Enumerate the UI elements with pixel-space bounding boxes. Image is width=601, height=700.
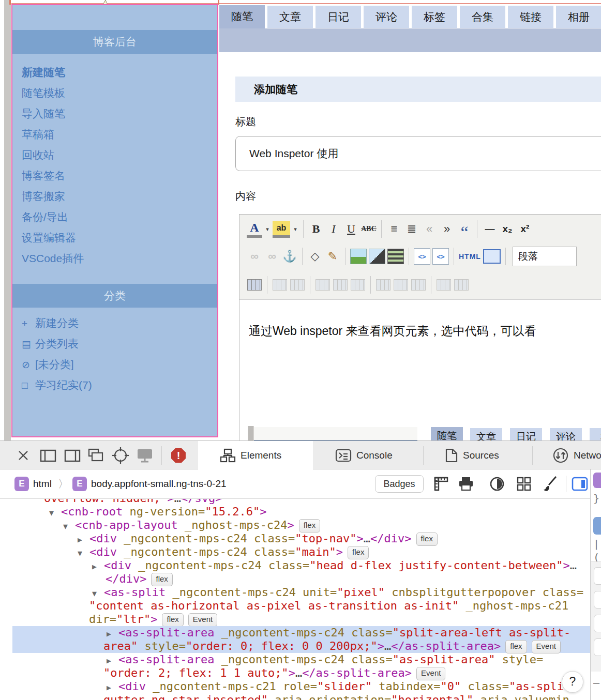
sidebar-item-9[interactable]: VSCode插件 <box>22 251 84 266</box>
dom-tree-row[interactable]: gutter ng-star-inserted" aria-orientatio… <box>12 693 590 700</box>
numbered-list-button[interactable]: ≣ <box>404 220 419 238</box>
sidebar-item-4[interactable]: 回收站 <box>22 148 54 162</box>
dom-tree-row[interactable]: dir="ltr">flexEvent <box>12 613 590 626</box>
cell-properties-button[interactable] <box>290 276 305 294</box>
font-color-button[interactable]: A <box>247 221 262 238</box>
dom-tree-row[interactable]: overflow: hidden;">…</svg> <box>12 499 590 505</box>
grid-overlay-icon[interactable] <box>515 476 533 492</box>
insert-col-before-button[interactable] <box>375 276 391 294</box>
sidebar-category-item-2[interactable]: ⊘[未分类] <box>22 357 74 372</box>
panel-button-fragment[interactable] <box>594 638 601 656</box>
remove-link-button[interactable]: ∞ <box>264 248 280 265</box>
element-picker-icon[interactable] <box>112 447 129 464</box>
superscript-button[interactable]: x² <box>517 220 533 238</box>
format-painter-button[interactable]: ✎ <box>325 248 340 265</box>
subscript-button[interactable]: x₂ <box>500 220 515 238</box>
flex-badge[interactable]: flex <box>162 613 183 627</box>
insert-table-button[interactable] <box>247 276 262 294</box>
paintbrush-icon[interactable] <box>542 476 560 492</box>
print-icon[interactable] <box>457 476 475 492</box>
bullet-list-button[interactable]: ≡ <box>386 220 402 238</box>
disclosure-open-icon[interactable]: ▼ <box>78 546 89 560</box>
html-source-button[interactable]: HTML <box>459 248 481 265</box>
delete-col-button[interactable] <box>411 276 426 294</box>
editor-content[interactable]: 通过Web inspetor 来查看网页元素，选中代码，可以看 新建随笔随笔模板… <box>239 299 601 441</box>
dock-left-icon[interactable] <box>39 447 57 464</box>
disclosure-closed-icon[interactable]: ▶ <box>107 627 118 641</box>
tab-elements[interactable]: Elements <box>220 441 281 469</box>
insert-link-button[interactable]: ∞ <box>247 248 262 265</box>
sidebar-item-2[interactable]: 导入随笔 <box>22 106 65 121</box>
sidebar-category-item-3[interactable]: □学习纪实(7) <box>22 378 92 392</box>
sidebar-item-8[interactable]: 设置编辑器 <box>22 231 76 245</box>
tab-network[interactable]: Network <box>552 441 601 469</box>
sidebar-item-0[interactable]: 新建随笔 <box>22 65 65 80</box>
panel-button-fragment[interactable] <box>594 591 601 608</box>
preview-button[interactable] <box>483 249 501 264</box>
disclosure-open-icon[interactable]: ▼ <box>63 520 75 533</box>
blog-tab-6[interactable]: 链接 <box>508 6 553 28</box>
dom-tree-row[interactable]: ▼<as-split _ngcontent-mps-c24 unit="pixe… <box>12 586 590 599</box>
indent-button[interactable]: » <box>439 220 455 238</box>
dom-tree-row[interactable]: ▶<as-split-area _ngcontent-mps-c24 class… <box>12 653 590 666</box>
dom-tree-row[interactable]: ▶<div _ngcontent-mps-c24 class="top-nav"… <box>12 532 590 545</box>
dom-tree-row[interactable]: ▼<cnb-root ng-version="15.2.6"> <box>12 505 590 519</box>
sidebar-category-item-1[interactable]: ▤分类列表 <box>22 337 79 351</box>
sidebar-item-6[interactable]: 博客搬家 <box>22 189 65 204</box>
dom-tree-row[interactable]: "content as-horizontal as-pixel as-trans… <box>12 599 590 613</box>
blog-tab-0[interactable]: 随笔 <box>219 5 265 28</box>
blog-tab-3[interactable]: 评论 <box>364 6 409 28</box>
flex-badge[interactable]: flex <box>151 573 172 586</box>
dom-tree-row[interactable]: ▶<div _ngcontent-mps-c24 class="head d-f… <box>12 559 590 572</box>
panel-button-fragment[interactable] <box>594 615 601 632</box>
split-cells-button[interactable] <box>436 276 452 294</box>
breadcrumb-body[interactable]: body.appfont-small.ng-tns-0-21 <box>91 477 227 491</box>
close-icon[interactable] <box>14 447 32 464</box>
disclosure-open-icon[interactable]: ▼ <box>92 587 104 600</box>
emotion-image-button[interactable] <box>350 249 367 264</box>
event-badge[interactable]: Event <box>188 613 217 627</box>
outdent-button[interactable]: « <box>422 220 437 238</box>
dom-tree-row[interactable]: </div>flex <box>12 572 590 586</box>
flex-badge[interactable]: flex <box>299 519 320 532</box>
tab-console[interactable]: Console <box>335 441 393 469</box>
italic-button[interactable]: I <box>326 220 341 238</box>
merge-cells-button[interactable] <box>454 276 469 294</box>
insert-row-after-button[interactable] <box>333 276 348 294</box>
sidebar-item-1[interactable]: 随笔模板 <box>22 86 65 100</box>
dom-tree-row[interactable]: ▼<cnb-app-layout _nghost-mps-c24>flex <box>12 519 590 532</box>
disclosure-closed-icon[interactable]: ▶ <box>78 533 89 546</box>
badges-button[interactable]: Badges <box>375 475 424 493</box>
disclosure-closed-icon[interactable]: ▶ <box>107 654 118 667</box>
blog-tab-4[interactable]: 标签 <box>412 6 457 28</box>
blog-tab-5[interactable]: 合集 <box>460 6 505 28</box>
dom-tree-row[interactable]: ▶<div _ngcontent-mps-c21 role="slider" t… <box>12 680 590 693</box>
sidebar-item-3[interactable]: 草稿箱 <box>22 127 54 142</box>
horizontal-rule-button[interactable]: — <box>482 220 498 238</box>
strikethrough-button[interactable]: ABC <box>361 220 377 238</box>
responsive-mode-icon[interactable] <box>136 447 153 464</box>
ruler-icon[interactable] <box>432 476 450 492</box>
event-badge[interactable]: Event <box>532 640 561 653</box>
disclosure-closed-icon[interactable]: ▶ <box>92 560 104 573</box>
delete-row-button[interactable] <box>350 276 366 294</box>
insert-col-after-button[interactable] <box>393 276 409 294</box>
insert-image-button[interactable] <box>369 249 385 264</box>
details-sidebar-toggle-icon[interactable] <box>571 476 589 492</box>
contrast-icon[interactable] <box>488 476 506 492</box>
disclosure-open-icon[interactable]: ▼ <box>49 506 61 520</box>
disclosure-closed-icon[interactable]: ▶ <box>107 681 118 694</box>
dock-right-icon[interactable] <box>64 447 81 464</box>
anchor-button[interactable]: ⚓ <box>282 248 297 265</box>
dom-tree-row[interactable]: "order: 2; flex: 1 1 auto;">…</as-split-… <box>12 666 590 680</box>
blog-tab-7[interactable]: 相册 <box>556 6 601 28</box>
dom-tree-row-selected[interactable]: ▶<as-split-area _ngcontent-mps-c24 class… <box>12 626 590 640</box>
bold-button[interactable]: B <box>308 220 324 238</box>
help-button[interactable]: ? <box>562 671 583 693</box>
dom-tree-row-selected[interactable]: area" style="order: 0; flex: 0 0 200px;"… <box>12 640 590 653</box>
title-input[interactable]: Web Inspetor 使用 <box>235 136 601 171</box>
highlight-color-button[interactable]: ab <box>273 221 290 238</box>
insert-row-before-button[interactable] <box>315 276 330 294</box>
flex-badge[interactable]: flex <box>505 640 527 653</box>
event-badge[interactable]: Event <box>416 667 445 680</box>
